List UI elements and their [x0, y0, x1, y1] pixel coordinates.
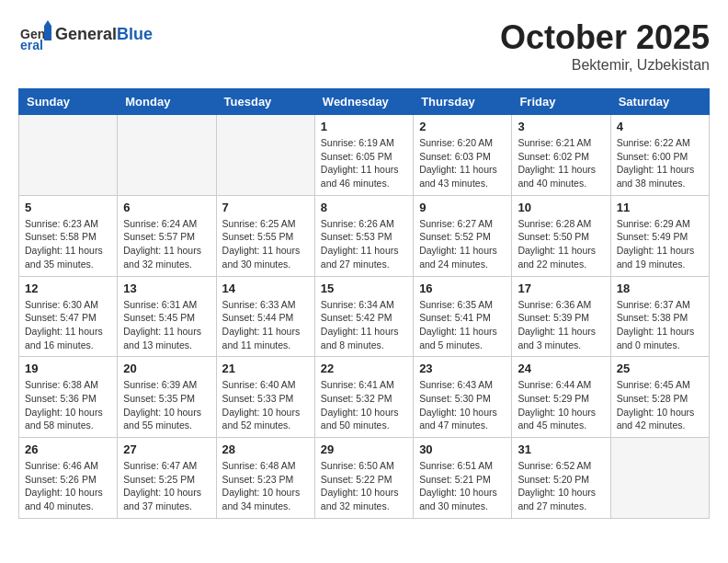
calendar-cell: 4Sunrise: 6:22 AM Sunset: 6:00 PM Daylig…	[610, 115, 709, 196]
calendar-cell: 12Sunrise: 6:30 AM Sunset: 5:47 PM Dayli…	[19, 276, 118, 357]
day-info: Sunrise: 6:50 AM Sunset: 5:22 PM Dayligh…	[321, 459, 407, 513]
day-number: 9	[419, 201, 506, 214]
calendar-cell: 11Sunrise: 6:29 AM Sunset: 5:49 PM Dayli…	[610, 195, 709, 276]
day-number: 19	[25, 362, 111, 375]
day-info: Sunrise: 6:36 AM Sunset: 5:39 PM Dayligh…	[518, 298, 604, 352]
day-info: Sunrise: 6:20 AM Sunset: 6:03 PM Dayligh…	[419, 136, 506, 190]
day-info: Sunrise: 6:43 AM Sunset: 5:30 PM Dayligh…	[419, 378, 506, 432]
calendar-cell: 8Sunrise: 6:26 AM Sunset: 5:53 PM Daylig…	[314, 195, 413, 276]
calendar-table: SundayMondayTuesdayWednesdayThursdayFrid…	[18, 88, 710, 519]
day-number: 20	[123, 362, 210, 375]
calendar-cell: 28Sunrise: 6:48 AM Sunset: 5:23 PM Dayli…	[216, 438, 314, 519]
calendar-cell: 15Sunrise: 6:34 AM Sunset: 5:42 PM Dayli…	[314, 276, 413, 357]
calendar-cell: 9Sunrise: 6:27 AM Sunset: 5:52 PM Daylig…	[414, 195, 512, 276]
day-info: Sunrise: 6:37 AM Sunset: 5:38 PM Dayligh…	[617, 298, 703, 352]
day-number: 6	[123, 201, 210, 214]
logo-blue: Blue	[117, 25, 153, 43]
day-info: Sunrise: 6:39 AM Sunset: 5:35 PM Dayligh…	[123, 378, 210, 432]
calendar-cell: 6Sunrise: 6:24 AM Sunset: 5:57 PM Daylig…	[118, 195, 216, 276]
day-number: 28	[222, 442, 309, 456]
day-info: Sunrise: 6:51 AM Sunset: 5:21 PM Dayligh…	[419, 459, 506, 513]
day-info: Sunrise: 6:27 AM Sunset: 5:52 PM Dayligh…	[419, 217, 506, 271]
day-info: Sunrise: 6:40 AM Sunset: 5:33 PM Dayligh…	[222, 378, 309, 432]
calendar-cell: 31Sunrise: 6:52 AM Sunset: 5:20 PM Dayli…	[512, 438, 610, 519]
day-number: 12	[25, 282, 111, 295]
day-number: 10	[518, 201, 604, 214]
day-number: 7	[222, 201, 309, 214]
day-info: Sunrise: 6:33 AM Sunset: 5:44 PM Dayligh…	[222, 298, 309, 352]
calendar-cell: 25Sunrise: 6:45 AM Sunset: 5:28 PM Dayli…	[610, 357, 709, 438]
day-number: 21	[222, 362, 309, 375]
calendar-cell: 7Sunrise: 6:25 AM Sunset: 5:55 PM Daylig…	[216, 195, 314, 276]
day-info: Sunrise: 6:26 AM Sunset: 5:53 PM Dayligh…	[321, 217, 407, 271]
calendar-cell: 27Sunrise: 6:47 AM Sunset: 5:25 PM Dayli…	[118, 438, 216, 519]
day-number: 2	[419, 120, 506, 133]
day-info: Sunrise: 6:29 AM Sunset: 5:49 PM Dayligh…	[617, 217, 703, 271]
month-year: October 2025	[500, 18, 710, 57]
day-info: Sunrise: 6:22 AM Sunset: 6:00 PM Dayligh…	[617, 136, 703, 190]
day-number: 23	[419, 362, 506, 375]
day-info: Sunrise: 6:19 AM Sunset: 6:05 PM Dayligh…	[321, 136, 407, 190]
day-number: 22	[321, 362, 407, 375]
day-info: Sunrise: 6:48 AM Sunset: 5:23 PM Dayligh…	[222, 459, 309, 513]
calendar-cell: 30Sunrise: 6:51 AM Sunset: 5:21 PM Dayli…	[414, 438, 512, 519]
calendar-cell: 20Sunrise: 6:39 AM Sunset: 5:35 PM Dayli…	[118, 357, 216, 438]
day-info: Sunrise: 6:41 AM Sunset: 5:32 PM Dayligh…	[321, 378, 407, 432]
day-number: 15	[321, 282, 407, 295]
day-info: Sunrise: 6:38 AM Sunset: 5:36 PM Dayligh…	[25, 378, 111, 432]
day-number: 5	[25, 201, 111, 214]
logo: Gen eral GeneralBlue	[18, 18, 153, 52]
calendar-cell: 26Sunrise: 6:46 AM Sunset: 5:26 PM Dayli…	[19, 438, 118, 519]
calendar-cell: 23Sunrise: 6:43 AM Sunset: 5:30 PM Dayli…	[414, 357, 512, 438]
calendar-cell: 24Sunrise: 6:44 AM Sunset: 5:29 PM Dayli…	[512, 357, 610, 438]
calendar-cell: 17Sunrise: 6:36 AM Sunset: 5:39 PM Dayli…	[512, 276, 610, 357]
day-info: Sunrise: 6:25 AM Sunset: 5:55 PM Dayligh…	[222, 217, 309, 271]
calendar-cell: 10Sunrise: 6:28 AM Sunset: 5:50 PM Dayli…	[512, 195, 610, 276]
day-info: Sunrise: 6:35 AM Sunset: 5:41 PM Dayligh…	[419, 298, 506, 352]
day-number: 4	[617, 120, 703, 133]
day-info: Sunrise: 6:52 AM Sunset: 5:20 PM Dayligh…	[518, 459, 604, 513]
location: Bektemir, Uzbekistan	[500, 57, 710, 74]
logo-general: General	[55, 25, 117, 43]
calendar-cell: 29Sunrise: 6:50 AM Sunset: 5:22 PM Dayli…	[314, 438, 413, 519]
calendar-cell: 2Sunrise: 6:20 AM Sunset: 6:03 PM Daylig…	[414, 115, 512, 196]
day-number: 24	[518, 362, 604, 375]
column-header-sunday: Sunday	[19, 89, 118, 115]
day-number: 3	[518, 120, 604, 133]
day-number: 14	[222, 282, 309, 295]
week-row-1: 1Sunrise: 6:19 AM Sunset: 6:05 PM Daylig…	[19, 115, 710, 196]
calendar-cell: 5Sunrise: 6:23 AM Sunset: 5:58 PM Daylig…	[19, 195, 118, 276]
day-number: 18	[617, 282, 703, 295]
calendar-cell: 14Sunrise: 6:33 AM Sunset: 5:44 PM Dayli…	[216, 276, 314, 357]
week-row-4: 19Sunrise: 6:38 AM Sunset: 5:36 PM Dayli…	[19, 357, 710, 438]
day-number: 25	[617, 362, 703, 375]
week-row-2: 5Sunrise: 6:23 AM Sunset: 5:58 PM Daylig…	[19, 195, 710, 276]
day-number: 29	[321, 442, 407, 456]
svg-text:eral: eral	[20, 38, 43, 52]
svg-rect-3	[44, 26, 51, 40]
calendar-cell: 18Sunrise: 6:37 AM Sunset: 5:38 PM Dayli…	[610, 276, 709, 357]
calendar-cell: 19Sunrise: 6:38 AM Sunset: 5:36 PM Dayli…	[19, 357, 118, 438]
day-number: 13	[123, 282, 210, 295]
day-info: Sunrise: 6:45 AM Sunset: 5:28 PM Dayligh…	[617, 378, 703, 432]
day-number: 11	[617, 201, 703, 214]
day-number: 16	[419, 282, 506, 295]
column-header-thursday: Thursday	[414, 89, 512, 115]
day-info: Sunrise: 6:30 AM Sunset: 5:47 PM Dayligh…	[25, 298, 111, 352]
calendar-cell: 16Sunrise: 6:35 AM Sunset: 5:41 PM Dayli…	[414, 276, 512, 357]
title-block: October 2025 Bektemir, Uzbekistan	[500, 18, 710, 74]
day-number: 27	[123, 442, 210, 456]
calendar-cell	[216, 115, 314, 196]
day-number: 8	[321, 201, 407, 214]
day-info: Sunrise: 6:46 AM Sunset: 5:26 PM Dayligh…	[25, 459, 111, 513]
column-header-friday: Friday	[512, 89, 610, 115]
calendar-cell	[19, 115, 118, 196]
day-info: Sunrise: 6:47 AM Sunset: 5:25 PM Dayligh…	[123, 459, 210, 513]
day-info: Sunrise: 6:28 AM Sunset: 5:50 PM Dayligh…	[518, 217, 604, 271]
calendar-cell: 3Sunrise: 6:21 AM Sunset: 6:02 PM Daylig…	[512, 115, 610, 196]
week-row-3: 12Sunrise: 6:30 AM Sunset: 5:47 PM Dayli…	[19, 276, 710, 357]
page-header: Gen eral GeneralBlue October 2025 Bektem…	[18, 18, 710, 74]
day-number: 17	[518, 282, 604, 295]
calendar-cell: 13Sunrise: 6:31 AM Sunset: 5:45 PM Dayli…	[118, 276, 216, 357]
column-header-wednesday: Wednesday	[314, 89, 413, 115]
